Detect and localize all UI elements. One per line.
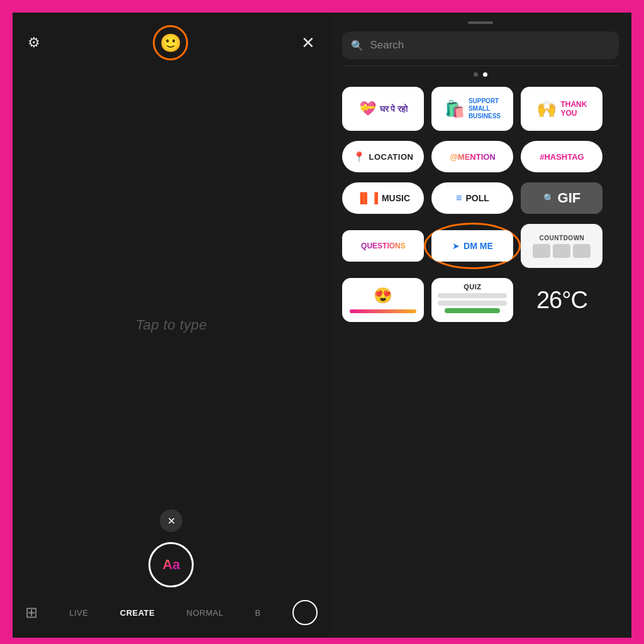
hashtag-label: #HASHTAG	[540, 152, 584, 162]
gif-search-icon: 🔍	[543, 193, 554, 203]
dot-2	[483, 72, 487, 77]
small-label: SMALL	[469, 105, 501, 113]
sticker-countdown[interactable]: COUNTDOWN	[521, 224, 602, 268]
you-label: YOU	[560, 109, 587, 118]
aa-label: Aa	[162, 557, 180, 573]
stickers-grid: 💝 घर पे रहो 🛍️ SUPPORT SMALL BUSINESS 🙌 …	[342, 87, 619, 328]
sticker-temperature[interactable]: 26°C	[521, 278, 602, 322]
text-style-button[interactable]: Aa	[148, 542, 194, 587]
nav-create[interactable]: CREATE	[120, 608, 155, 618]
sticker-mention[interactable]: @MENTION	[431, 141, 513, 172]
sticker-gif[interactable]: 🔍 GIF	[521, 182, 602, 214]
countdown-block-2	[553, 244, 570, 258]
slider-track	[350, 309, 416, 313]
countdown-blocks	[533, 244, 591, 258]
heart-eyes-icon: 😍	[374, 287, 392, 304]
mention-label: @MENTION	[450, 152, 496, 162]
sticker-ghar-pe-raho[interactable]: 💝 घर पे रहो	[342, 87, 424, 131]
countdown-block-1	[533, 244, 550, 258]
business-label: BUSINESS	[469, 113, 501, 120]
dm-me-label: DM ME	[464, 241, 493, 251]
countdown-block-3	[573, 244, 591, 258]
clapping-hands-icon: 🙌	[536, 99, 557, 119]
app-container: ⚙ 🙂 ✕ Tap to type ✕ Aa ⊞ LIVE CREATE NOR…	[9, 9, 635, 635]
capture-button[interactable]	[292, 600, 318, 625]
sticker-hashtag[interactable]: #HASHTAG	[521, 141, 602, 172]
drag-handle	[468, 21, 493, 24]
countdown-label: COUNTDOWN	[540, 235, 585, 242]
close-button[interactable]: ✕	[301, 33, 315, 53]
quiz-bar-1	[438, 293, 507, 298]
search-divider	[342, 65, 619, 66]
sticker-row-2: 📍 LOCATION @MENTION #HASHTAG	[342, 141, 619, 172]
sticker-poll[interactable]: ≡ POLL	[431, 182, 513, 214]
sticker-face-icon: 🙂	[160, 33, 182, 53]
left-panel: ⚙ 🙂 ✕ Tap to type ✕ Aa ⊞ LIVE CREATE NOR…	[13, 13, 330, 638]
sticker-quiz[interactable]: QUIZ	[431, 278, 513, 322]
music-label: MUSIC	[382, 193, 410, 203]
sticker-location[interactable]: 📍 LOCATION	[342, 141, 424, 172]
send-icon: ➤	[452, 241, 460, 251]
location-label: LOCATION	[369, 152, 413, 162]
sticker-thank-you[interactable]: 🙌 THANK YOU	[521, 87, 602, 131]
quiz-bar-correct	[445, 308, 500, 313]
sticker-row-3: ▐▌▐ MUSIC ≡ POLL 🔍 GIF	[342, 182, 619, 214]
sticker-row-5: 😍 QUIZ 26°C	[342, 278, 619, 322]
sticker-dmme-wrapper: ➤ DM ME	[431, 230, 513, 262]
poll-label: POLL	[465, 193, 489, 203]
questions-label: QUESTIONS	[361, 242, 406, 250]
shopping-bag-icon: 🛍️	[445, 99, 465, 119]
heart-location-icon: 💝	[359, 101, 376, 117]
sticker-panel: 🔍 Search 💝 घर पे रहो 🛍️ SUPPORT SMALL	[330, 13, 631, 638]
sticker-questions[interactable]: QUESTIONS	[342, 230, 424, 262]
nav-boomerang[interactable]: B	[255, 608, 260, 618]
support-label: SUPPORT	[469, 97, 501, 105]
page-dots	[474, 72, 487, 77]
sticker-support-small-business[interactable]: 🛍️ SUPPORT SMALL BUSINESS	[431, 87, 513, 131]
nav-live[interactable]: LIVE	[69, 608, 88, 618]
quiz-label: QUIZ	[464, 283, 481, 291]
sticker-picker-button[interactable]: 🙂	[153, 25, 188, 60]
poll-icon: ≡	[456, 192, 462, 204]
search-icon: 🔍	[351, 40, 364, 52]
quiz-bar-2	[438, 301, 507, 306]
camera-mode-nav: ⊞ LIVE CREATE NORMAL B	[13, 600, 330, 625]
sticker-dm-me[interactable]: ➤ DM ME	[431, 230, 513, 262]
nav-normal[interactable]: NORMAL	[187, 608, 224, 618]
search-bar[interactable]: 🔍 Search	[342, 31, 619, 59]
dismiss-button[interactable]: ✕	[160, 509, 182, 532]
search-placeholder[interactable]: Search	[370, 39, 404, 52]
sticker-row-1: 💝 घर पे रहो 🛍️ SUPPORT SMALL BUSINESS 🙌 …	[342, 87, 619, 131]
x-icon: ✕	[167, 515, 175, 527]
thank-label: THANK	[560, 100, 587, 109]
pin-icon: 📍	[353, 151, 365, 163]
temperature-label: 26°C	[536, 287, 587, 314]
bottom-controls: ✕ Aa ⊞ LIVE CREATE NORMAL B	[13, 509, 330, 638]
music-bars-icon: ▐▌▐	[357, 192, 378, 204]
sticker-music[interactable]: ▐▌▐ MUSIC	[342, 182, 424, 214]
top-bar: ⚙ 🙂 ✕	[13, 13, 330, 73]
sticker-emoji-slider[interactable]: 😍	[342, 278, 424, 322]
sticker-row-4: QUESTIONS ➤ DM ME COUNTDOWN	[342, 224, 619, 268]
grid-icon[interactable]: ⊞	[25, 604, 38, 621]
tap-to-type-hint[interactable]: Tap to type	[136, 317, 208, 333]
gear-icon[interactable]: ⚙	[28, 35, 40, 51]
ghar-label: घर पे रहो	[380, 104, 408, 114]
gif-label: GIF	[558, 190, 581, 206]
dot-1	[474, 72, 478, 77]
